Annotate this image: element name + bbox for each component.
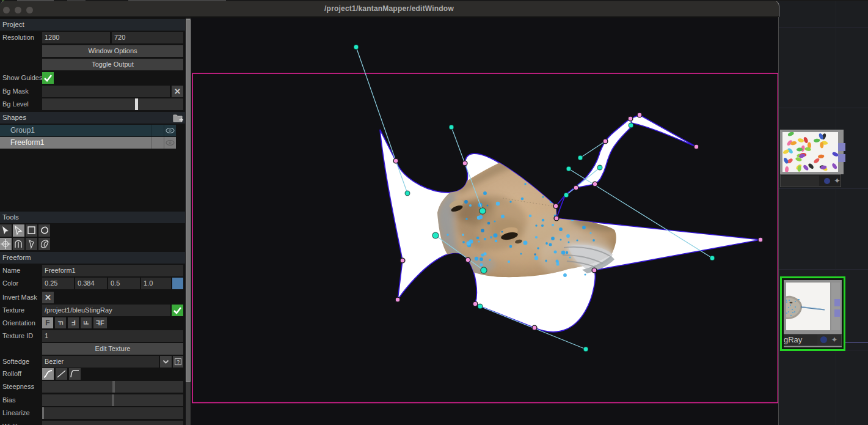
svg-text:?: ? — [177, 359, 180, 365]
